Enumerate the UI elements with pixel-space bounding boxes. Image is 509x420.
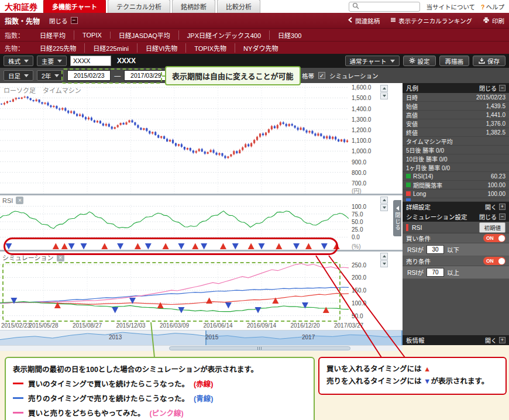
main-y-axis: 1,600.01,500.01,400.01,300.01,200.01,100… [352,83,383,194]
sim-settings-collapse-button[interactable]: 閉じる− [479,212,505,221]
legend-rows: 日時2015/02/23始値1,439.5高値1,441.0安値1,376.0終… [403,93,509,202]
range-select[interactable]: 2年 [37,70,64,81]
index-link[interactable]: 日経225先物 [32,43,85,53]
scrollbar-thumb[interactable] [169,346,350,350]
scroll-up-button[interactable] [380,197,388,204]
sim-legend-line: 売りのタイミングで売りを続けたらこうなった。(青線) [13,393,307,404]
axis-tick: 100.0 [352,300,366,307]
buy-on-toggle[interactable]: ON [483,234,505,242]
axis-tick: 50.0 [352,219,363,225]
legend-row-label: 日時 [406,93,418,102]
asset-type-select[interactable]: 株式 [4,56,33,66]
sim-legend-suffix: (ピンク線) [149,407,183,418]
index-link[interactable]: NYダウ先物 [235,43,286,53]
sell-on-toggle[interactable]: ON [483,257,505,265]
axis-tick: 250.0 [352,262,366,268]
band-collapse-button[interactable]: 閉じる − [49,16,78,25]
scroll-down-button[interactable] [380,92,388,99]
plus-icon: + [499,337,505,343]
sim-explanation-callout: 表示期間の最初の日を100とした場合のシミュレーションが表示されます。 買いのタ… [5,357,315,420]
search-box[interactable] [349,2,420,12]
simulation-checkbox[interactable]: ✓ [318,72,325,79]
date-to-input[interactable] [124,70,167,81]
sell-threshold-input[interactable] [427,268,444,277]
search-icon [352,2,359,11]
search-input[interactable] [362,4,418,10]
tool-label: 表示テクニカルランキング [398,16,472,25]
legend-title: 凡例 [406,84,418,92]
legend-collapse-button[interactable]: 閉じる− [479,84,505,92]
scroll-down-button[interactable] [380,204,388,211]
range-value: 2年 [42,71,51,80]
candle-period-select[interactable]: 日足 [4,70,33,81]
index-link[interactable]: JPX日経インデックス400 [179,30,270,40]
collapse-legend-tab[interactable]: 閉じる [393,200,401,236]
scroll-up-button[interactable] [380,85,388,92]
band-title: 指数・先物 [5,16,40,26]
tool-label: 印刷 [492,16,504,25]
redraw-button[interactable]: 再描画 [439,56,470,66]
sell-condition-row: RSIが 以上 [403,266,509,279]
close-pane-icon[interactable]: × [57,254,64,261]
timeline-navigator[interactable]: 201320152017 [0,330,403,345]
major-select[interactable]: 主要 [37,56,67,66]
print-button[interactable]: 印刷 [483,16,504,25]
chevron-down-icon [383,263,386,265]
legend-row-label: 1ヶ月後 勝率 0/0 [406,163,450,172]
index-link[interactable]: 日経225mini [85,43,137,53]
buy-threshold-input[interactable] [427,245,444,254]
about-site-link[interactable]: 当サイトについて [426,2,475,11]
main-pane-scroll [380,85,388,99]
reset-default-button[interactable]: 初期値 [479,222,505,233]
index-link[interactable]: 日経JASDAQ平均 [111,30,179,40]
index-rows: 指数：日経平均TOPIX日経JASDAQ平均JPX日経インデックス400日経30… [0,28,509,54]
save-icon [479,57,485,65]
legend-label-text: 高値 [406,111,418,119]
simulation-chart[interactable] [0,260,349,318]
tab-4[interactable]: 比較分析 [217,0,260,13]
horizontal-scrollbar[interactable] [0,345,403,351]
tab-2[interactable]: テクニカル分析 [108,0,170,13]
index-link[interactable]: TOPIX [74,32,111,39]
scroll-down-button[interactable] [380,260,388,267]
series-swatch-icon [406,183,411,187]
detail-expand-button[interactable]: 開く+ [485,202,505,211]
legend-row-label: Long [406,191,426,197]
buy-timing-line: 買いを入れるタイミングには ▲ [326,363,498,376]
help-link[interactable]: ?ヘルプ [481,2,504,11]
chart-type-value: 通常チャート [350,57,387,66]
date-from-input[interactable] [67,70,111,81]
legend-row-value: 1,376.0 [486,121,505,127]
tab-3[interactable]: 銘柄診断 [172,0,215,13]
index-link[interactable]: 日経VI先物 [137,43,186,53]
legend-label-text: 始値 [406,102,418,111]
related-symbols-button[interactable]: 関連銘柄 [348,16,380,25]
sim-indicator-label: RSI [412,224,422,231]
buy-rule-prefix: RSIが [407,245,424,254]
sidebar-filler [403,279,509,335]
board-expand-button[interactable]: 開く+ [485,336,505,345]
index-link[interactable]: TOPIX先物 [186,43,235,53]
sell-timing-line: 売りを入れるタイミングには ▼が表示されます。 [326,376,498,388]
x-axis-dates: 2015/02/232015/05/282015/08/272015/12/03… [0,322,403,330]
sim-settings-close-label: 閉じる [479,212,497,221]
buy-triangle-icon: ▲ [424,365,431,373]
axis-tick: 25.0 [352,226,363,233]
list-icon [390,17,396,24]
technical-ranking-button[interactable]: 表示テクニカルランキング [390,16,472,25]
scroll-up-button[interactable] [380,253,388,260]
index-link[interactable]: 日経平均 [32,30,74,40]
rsi-chart[interactable] [0,205,349,239]
save-button[interactable]: 保存 [473,56,505,66]
chart-type-select[interactable]: 通常チャート [345,56,400,66]
candlestick-chart[interactable] [0,83,349,194]
legend-close-label: 閉じる [479,84,497,92]
close-pane-icon[interactable]: × [16,197,23,204]
legend-panel-header: 凡例 閉じる− [403,83,509,93]
tab-1[interactable]: 多機能チャート [43,0,106,13]
settings-button[interactable]: 設定 [403,56,436,66]
simulation-checkbox-label: シミュレーション [329,71,379,80]
symbol-code-input[interactable] [70,56,111,66]
index-link[interactable]: 日経300 [270,30,309,40]
overlay-options: 格帯 ✓ シミュレーション [302,68,379,83]
